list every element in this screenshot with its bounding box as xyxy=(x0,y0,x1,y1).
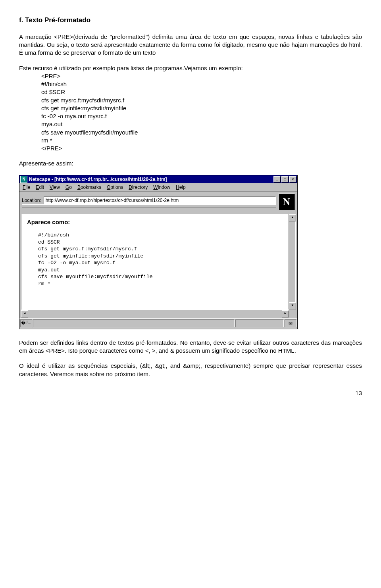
browser-viewport: Aparece como: #!/bin/csh cd $SCR cfs get… xyxy=(21,214,296,310)
statusbar: �┘⌐ ✉ xyxy=(19,318,297,329)
code-line: fc -02 -o mya.out mysrc.f xyxy=(41,112,362,120)
paragraph-1: A marcação <PRE>(derivada de "preformatt… xyxy=(19,33,362,57)
scroll-down-button[interactable]: ▼ xyxy=(289,302,296,309)
toolbar-strip xyxy=(22,204,276,208)
scroll-track-h[interactable] xyxy=(28,310,282,317)
code-line: rm * xyxy=(41,136,362,144)
status-icon[interactable]: �┘⌐ xyxy=(20,319,32,327)
code-line: mya.out xyxy=(41,120,362,128)
window-title: Netscape - [http://www.cr-df.rnp.br.../c… xyxy=(29,176,273,183)
menu-directory[interactable]: Directory xyxy=(129,184,148,190)
paragraph-5: O ideal é utilizar as sequências especia… xyxy=(19,362,362,378)
code-line: #!/bin/csh xyxy=(41,80,362,88)
menu-help[interactable]: Help xyxy=(176,184,186,190)
minimize-button[interactable]: _ xyxy=(273,176,281,183)
status-text xyxy=(33,319,235,327)
code-example-block: <PRE> #!/bin/csh cd $SCR cfs get mysrc.f… xyxy=(41,72,362,153)
page-content: Aparece como: #!/bin/csh cd $SCR cfs get… xyxy=(21,214,289,309)
code-line: cd $SCR xyxy=(41,88,362,96)
menu-options[interactable]: Options xyxy=(107,184,123,190)
menu-edit[interactable]: Edit xyxy=(36,184,44,190)
scroll-right-button[interactable]: ► xyxy=(282,310,289,317)
viewport-heading: Aparece como: xyxy=(27,218,283,226)
code-line: cfs save myoutfile:mycfsdir/myoutfile xyxy=(41,129,362,136)
scroll-corner xyxy=(289,310,296,317)
location-input[interactable] xyxy=(44,196,276,204)
code-line: </PRE> xyxy=(41,144,362,152)
horizontal-scrollbar[interactable]: ◄ ► xyxy=(21,310,296,317)
page-number: 13 xyxy=(19,389,362,397)
content-wrap: Aparece como: #!/bin/csh cd $SCR cfs get… xyxy=(19,212,297,318)
netscape-logo-icon[interactable]: N xyxy=(278,194,295,210)
app-icon: N xyxy=(20,176,27,183)
status-progress xyxy=(235,319,284,327)
code-line: cfs get myinfile:mycfsdir/myinfile xyxy=(41,104,362,112)
paragraph-4: Podem ser definidos links dentro de text… xyxy=(19,339,362,355)
scroll-track[interactable] xyxy=(289,221,295,302)
maximize-button[interactable]: □ xyxy=(281,176,289,183)
menu-bookmarks[interactable]: Bookmarks xyxy=(77,184,101,190)
code-line: <PRE> xyxy=(41,72,362,80)
menu-go[interactable]: Go xyxy=(65,184,72,190)
paragraph-2: Este recurso é utilizado por exemplo par… xyxy=(19,64,362,72)
location-bar: Location: N xyxy=(19,192,297,212)
menubar: File Edit View Go Bookmarks Options Dire… xyxy=(19,183,297,192)
menu-window[interactable]: Window xyxy=(153,184,170,190)
viewport-preformatted: #!/bin/csh cd $SCR cfs get mysrc.f:mycfs… xyxy=(38,232,283,287)
mail-icon[interactable]: ✉ xyxy=(285,319,296,327)
titlebar[interactable]: N Netscape - [http://www.cr-df.rnp.br...… xyxy=(19,175,297,183)
menu-view[interactable]: View xyxy=(50,184,60,190)
close-button[interactable]: × xyxy=(289,176,296,183)
section-heading: f. Texto Pré-formatado xyxy=(19,16,362,25)
location-label: Location: xyxy=(22,197,41,204)
netscape-window: N Netscape - [http://www.cr-df.rnp.br...… xyxy=(19,175,298,329)
code-line: cfs get mysrc.f:mycfsdir/mysrc.f xyxy=(41,96,362,104)
menu-file[interactable]: File xyxy=(23,184,30,190)
vertical-scrollbar[interactable]: ▲ ▼ xyxy=(289,214,295,309)
scroll-left-button[interactable]: ◄ xyxy=(21,310,28,317)
paragraph-3: Apresenta-se assim: xyxy=(19,159,362,167)
scroll-up-button[interactable]: ▲ xyxy=(289,214,296,221)
